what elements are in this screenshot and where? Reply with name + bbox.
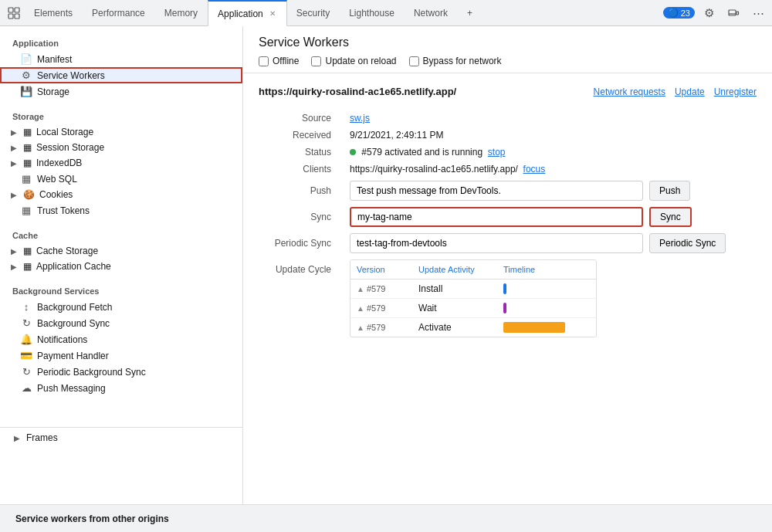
- remote-devices-icon[interactable]: [723, 2, 744, 24]
- section-storage-label: Storage: [0, 106, 242, 124]
- payment-handler-icon: 💳: [20, 350, 32, 361]
- chevron-right-icon: ▶: [9, 128, 19, 137]
- tab-elements[interactable]: Elements: [25, 0, 83, 26]
- periodic-sync-input[interactable]: [350, 233, 643, 253]
- bg-fetch-icon: ↕: [20, 301, 32, 313]
- push-button[interactable]: Push: [649, 181, 690, 201]
- sync-button[interactable]: Sync: [649, 207, 692, 227]
- periodic-sync-input-row: Periodic Sync: [350, 233, 750, 253]
- sidebar-item-cache-storage[interactable]: ▶ ▦ Cache Storage: [0, 243, 242, 259]
- issues-badge[interactable]: 🔵 23: [663, 7, 695, 19]
- tab-network[interactable]: Network: [405, 0, 458, 26]
- sidebar-item-session-storage[interactable]: ▶ ▦ Session Storage: [0, 140, 242, 155]
- sync-label: Sync: [259, 204, 344, 230]
- trust-tokens-icon: ▦: [20, 205, 32, 216]
- tab-list: Elements Performance Memory Application …: [3, 0, 482, 25]
- tab-close-icon[interactable]: ✕: [268, 8, 277, 19]
- clients-label: Clients: [259, 161, 344, 178]
- sidebar-item-payment-handler[interactable]: 💳 Payment Handler: [0, 347, 242, 364]
- periodic-sync-button[interactable]: Periodic Sync: [649, 233, 726, 253]
- sidebar-item-app-cache[interactable]: ▶ ▦ Application Cache: [0, 259, 242, 274]
- tab-memory[interactable]: Memory: [155, 0, 208, 26]
- network-requests-link[interactable]: Network requests: [594, 86, 665, 97]
- sw-detail: https://quirky-rosalind-ac1e65.netlify.a…: [243, 73, 772, 353]
- section-application-label: Application: [0, 32, 242, 51]
- update-cycle-value: Version Update Activity Timeline ▲ #579 …: [344, 256, 757, 341]
- service-workers-icon: ⚙: [20, 69, 32, 81]
- chevron-right-icon-5: ▶: [9, 247, 19, 256]
- focus-link[interactable]: focus: [523, 164, 546, 175]
- sidebar-item-push-messaging[interactable]: ☁ Push Messaging: [0, 380, 242, 396]
- chevron-right-icon-3: ▶: [9, 159, 19, 168]
- tab-performance[interactable]: Performance: [83, 0, 155, 26]
- sidebar-frames-section[interactable]: ▶ Frames: [0, 427, 242, 448]
- update-cycle-row-install: ▲ #579 Install: [350, 280, 596, 299]
- svg-rect-1: [15, 8, 19, 12]
- update-cycle-row-wait: ▲ #579 Wait: [350, 299, 596, 318]
- sidebar-item-bg-fetch[interactable]: ↕ Background Fetch: [0, 299, 242, 315]
- periodic-bg-sync-icon: ↻: [20, 366, 32, 378]
- tab-bar-right: 🔵 23 ⚙ ⋯: [663, 2, 769, 24]
- sidebar-item-local-storage[interactable]: ▶ ▦ Local Storage: [0, 124, 242, 140]
- timeline-bar-wait: [503, 303, 590, 313]
- version-activate: ▲ #579: [357, 323, 418, 332]
- status-value: #579 activated and is running stop: [344, 144, 757, 161]
- detail-table: Source sw.js Received 9/21/2021, 2:49:11…: [259, 110, 757, 341]
- tab-security[interactable]: Security: [287, 0, 340, 26]
- received-label: Received: [259, 127, 344, 144]
- source-link[interactable]: sw.js: [350, 113, 370, 124]
- section-cache-label: Cache: [0, 225, 242, 243]
- bottom-bar-label: Service workers from other origins: [15, 513, 169, 524]
- tab-application[interactable]: Application ✕: [208, 0, 287, 26]
- update-link[interactable]: Update: [675, 86, 705, 97]
- chevron-right-icon-4: ▶: [9, 191, 19, 199]
- stop-link[interactable]: stop: [488, 147, 506, 158]
- timeline-bar-install: [503, 283, 590, 294]
- cookies-icon: 🍪: [23, 189, 35, 200]
- devtools-icon[interactable]: [3, 0, 25, 26]
- sidebar-item-manifest[interactable]: 📄 Manifest: [0, 51, 242, 67]
- sync-input-row: Sync: [350, 207, 750, 227]
- settings-icon[interactable]: ⚙: [698, 2, 720, 24]
- update-cycle-table: Version Update Activity Timeline ▲ #579 …: [350, 259, 597, 337]
- sidebar-item-indexeddb[interactable]: ▶ ▦ IndexedDB: [0, 155, 242, 171]
- section-bg-services-label: Background Services: [0, 280, 242, 299]
- received-row: Received 9/21/2021, 2:49:11 PM: [259, 127, 757, 144]
- sidebar-item-notifications[interactable]: 🔔 Notifications: [0, 331, 242, 347]
- app-cache-icon: ▦: [23, 261, 32, 272]
- sidebar-item-bg-sync[interactable]: ↻ Background Sync: [0, 315, 242, 331]
- bypass-for-network-checkbox[interactable]: [409, 56, 419, 66]
- tab-lighthouse[interactable]: Lighthouse: [340, 0, 405, 26]
- status-label: Status: [259, 144, 344, 161]
- sidebar-item-storage[interactable]: 💾 Storage: [0, 83, 242, 100]
- periodic-sync-label: Periodic Sync: [259, 230, 344, 256]
- sync-value: Sync: [344, 204, 757, 230]
- sidebar-item-cookies[interactable]: ▶ 🍪 Cookies: [0, 187, 242, 202]
- add-tab-button[interactable]: +: [458, 0, 482, 26]
- clients-row: Clients https://quirky-rosalind-ac1e65.n…: [259, 161, 757, 178]
- timeline-bar-activate: [503, 322, 590, 333]
- sidebar-item-periodic-bg-sync[interactable]: ↻ Periodic Background Sync: [0, 364, 242, 380]
- tab-bar: Elements Performance Memory Application …: [0, 0, 772, 26]
- sidebar-item-websql[interactable]: ▦ Web SQL: [0, 171, 242, 187]
- offline-checkbox-label[interactable]: Offline: [259, 56, 299, 66]
- sw-actions: Network requests Update Unregister: [594, 86, 757, 97]
- update-on-reload-checkbox-label[interactable]: Update on reload: [311, 56, 396, 66]
- more-options-icon[interactable]: ⋯: [747, 2, 769, 24]
- content-header: Service Workers Offline Update on reload…: [243, 26, 772, 73]
- bypass-for-network-checkbox-label[interactable]: Bypass for network: [409, 56, 502, 66]
- chevron-right-icon-frames: ▶: [12, 434, 22, 442]
- bottom-bar[interactable]: Service workers from other origins: [0, 504, 772, 532]
- unregister-link[interactable]: Unregister: [714, 86, 757, 97]
- sync-input[interactable]: [350, 207, 643, 227]
- push-input[interactable]: [350, 181, 643, 201]
- sidebar-item-service-workers[interactable]: ⚙ Service Workers: [0, 67, 242, 83]
- source-label: Source: [259, 110, 344, 127]
- update-on-reload-checkbox[interactable]: [311, 56, 321, 66]
- offline-checkbox[interactable]: [259, 56, 269, 66]
- svg-rect-2: [8, 14, 13, 19]
- session-storage-icon: ▦: [23, 142, 32, 153]
- svg-rect-4: [729, 10, 736, 15]
- sidebar-item-trust-tokens[interactable]: ▦ Trust Tokens: [0, 202, 242, 219]
- push-label: Push: [259, 178, 344, 204]
